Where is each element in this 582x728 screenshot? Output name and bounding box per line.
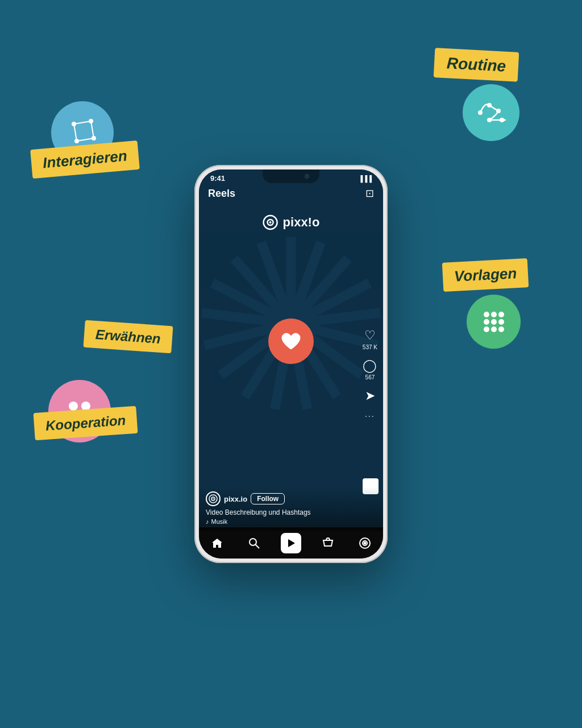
phone-notch (263, 169, 319, 183)
nav-search[interactable] (244, 533, 264, 553)
svg-marker-13 (502, 118, 506, 122)
phone-frame: 9:41 ▐▐▐ Reels ⊡ (194, 165, 388, 563)
logo-area: pixx!o (263, 214, 320, 230)
avatar-icon (208, 494, 218, 504)
svg-point-50 (484, 326, 489, 332)
svg-point-53 (69, 402, 78, 411)
more-action[interactable]: ··· (365, 411, 375, 420)
comment-action[interactable]: ◯ 567 (363, 358, 377, 380)
svg-line-4 (74, 121, 91, 124)
svg-point-45 (491, 312, 497, 317)
logo-text: pixx!o (283, 215, 320, 230)
status-icons: ▐▐▐ (359, 175, 372, 182)
reels-title: Reels (208, 188, 235, 200)
status-time: 9:41 (210, 174, 225, 183)
music-row: ♪ Musik (206, 518, 376, 525)
svg-point-48 (491, 319, 497, 325)
bottom-info: pixx.io Follow Video Beschreibung und Ha… (199, 487, 383, 531)
nav-reels[interactable] (281, 533, 301, 553)
svg-point-51 (491, 326, 497, 332)
camera-icon[interactable]: ⊡ (365, 187, 374, 200)
svg-line-7 (77, 138, 94, 141)
svg-line-6 (74, 124, 77, 141)
username: pixx.io (224, 495, 247, 503)
video-description: Video Beschreibung und Hashtags (206, 508, 376, 516)
user-avatar (206, 491, 221, 506)
svg-point-37 (213, 498, 214, 499)
tag-interagieren: Interagieren (30, 140, 140, 179)
comment-icon: ◯ (363, 358, 377, 373)
svg-point-49 (498, 319, 504, 325)
circle-vorlagen (467, 295, 521, 349)
svg-point-47 (484, 319, 489, 325)
like-action[interactable]: ♡ 537 K (363, 328, 377, 350)
tag-erwaehnen: Erwähnen (84, 320, 173, 354)
follow-button[interactable]: Follow (251, 493, 285, 504)
comments-count: 567 (365, 374, 375, 380)
heart-badge (268, 318, 314, 364)
heart-icon (278, 329, 304, 354)
likes-count: 537 K (363, 344, 377, 350)
signal-icon: ▐▐▐ (359, 175, 372, 182)
more-icon: ··· (365, 411, 375, 420)
svg-point-38 (250, 539, 256, 545)
music-label: Musik (211, 518, 228, 525)
circle-routine (463, 84, 519, 141)
scene: Routine Interagieren 9:41 ▐▐▐ (0, 0, 582, 728)
svg-point-43 (364, 542, 365, 544)
music-note-icon: ♪ (206, 518, 209, 525)
svg-point-46 (498, 312, 504, 317)
svg-point-33 (269, 221, 272, 224)
right-sidebar: ♡ 537 K ◯ 567 ➤ ··· (363, 328, 377, 420)
nav-home[interactable] (207, 533, 227, 553)
phone-content: pixx!o ♡ 537 K ◯ (199, 204, 383, 531)
svg-point-44 (484, 312, 489, 317)
share-icon: ➤ (365, 388, 375, 403)
nav-profile[interactable] (355, 533, 375, 553)
svg-line-5 (91, 121, 94, 138)
reels-header: Reels ⊡ (199, 185, 383, 204)
tag-routine: Routine (434, 48, 519, 82)
share-action[interactable]: ➤ (365, 388, 375, 403)
svg-point-52 (498, 326, 504, 332)
tag-vorlagen: Vorlagen (442, 258, 529, 292)
grid-icon (479, 307, 509, 337)
like-icon: ♡ (364, 328, 376, 343)
logo-icon (263, 214, 278, 230)
nav-bar (199, 527, 383, 559)
phone-screen: 9:41 ▐▐▐ Reels ⊡ (199, 169, 383, 559)
svg-marker-40 (288, 539, 295, 547)
user-row: pixx.io Follow (206, 491, 376, 506)
svg-line-39 (256, 544, 260, 548)
nav-shop[interactable] (318, 533, 338, 553)
front-camera (305, 174, 309, 179)
